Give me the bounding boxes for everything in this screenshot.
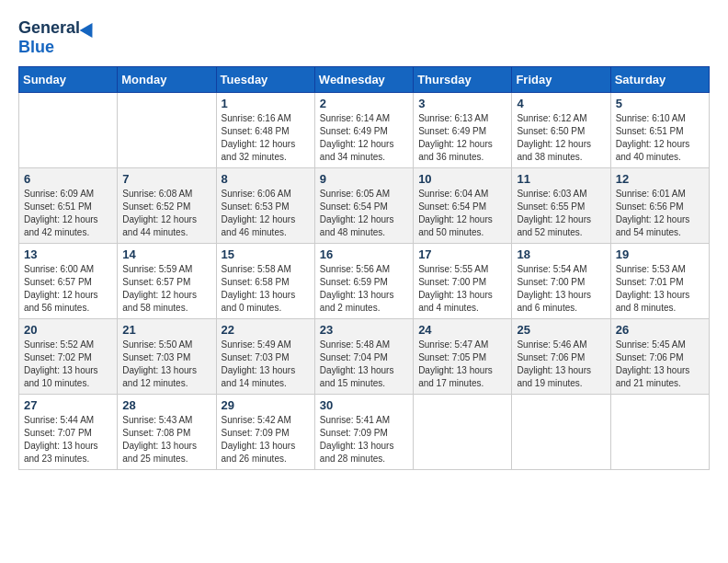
calendar-cell: 18Sunrise: 5:54 AM Sunset: 7:00 PM Dayli… [512, 244, 610, 319]
calendar-cell: 30Sunrise: 5:41 AM Sunset: 7:09 PM Dayli… [314, 395, 413, 470]
day-info: Sunrise: 6:06 AM Sunset: 6:53 PM Dayligh… [222, 188, 310, 239]
day-info: Sunrise: 5:59 AM Sunset: 6:57 PM Dayligh… [122, 263, 210, 315]
calendar-cell: 10Sunrise: 6:04 AM Sunset: 6:54 PM Dayli… [414, 168, 512, 244]
logo-blue-text: Blue [18, 38, 54, 57]
calendar-week-3: 13Sunrise: 6:00 AM Sunset: 6:57 PM Dayli… [19, 244, 710, 319]
day-info: Sunrise: 6:04 AM Sunset: 6:54 PM Dayligh… [418, 188, 506, 239]
calendar-cell: 6Sunrise: 6:09 AM Sunset: 6:51 PM Daylig… [19, 168, 118, 244]
day-header-tuesday: Tuesday [216, 67, 314, 93]
day-number: 18 [517, 247, 605, 261]
day-info: Sunrise: 6:16 AM Sunset: 6:48 PM Dayligh… [222, 112, 310, 164]
day-number: 10 [418, 172, 506, 186]
day-number: 11 [517, 172, 605, 186]
calendar-cell [610, 395, 709, 470]
calendar-cell: 16Sunrise: 5:56 AM Sunset: 6:59 PM Dayli… [314, 244, 413, 319]
day-number: 5 [616, 97, 704, 110]
day-info: Sunrise: 5:46 AM Sunset: 7:06 PM Dayligh… [517, 339, 605, 390]
calendar-cell: 26Sunrise: 5:45 AM Sunset: 7:06 PM Dayli… [610, 319, 709, 395]
calendar-cell: 24Sunrise: 5:47 AM Sunset: 7:05 PM Dayli… [414, 319, 512, 395]
day-info: Sunrise: 5:49 AM Sunset: 7:03 PM Dayligh… [222, 339, 310, 390]
calendar-cell: 21Sunrise: 5:50 AM Sunset: 7:03 PM Dayli… [118, 319, 216, 395]
day-number: 19 [616, 247, 704, 261]
day-number: 24 [418, 323, 506, 337]
day-info: Sunrise: 5:58 AM Sunset: 6:58 PM Dayligh… [222, 263, 310, 315]
day-info: Sunrise: 5:47 AM Sunset: 7:05 PM Dayligh… [418, 339, 506, 390]
day-info: Sunrise: 6:10 AM Sunset: 6:51 PM Dayligh… [616, 112, 704, 164]
calendar-cell: 11Sunrise: 6:03 AM Sunset: 6:55 PM Dayli… [512, 168, 610, 244]
calendar-cell [118, 93, 216, 168]
calendar-cell: 12Sunrise: 6:01 AM Sunset: 6:56 PM Dayli… [610, 168, 709, 244]
calendar-cell: 13Sunrise: 6:00 AM Sunset: 6:57 PM Dayli… [19, 244, 118, 319]
day-info: Sunrise: 6:05 AM Sunset: 6:54 PM Dayligh… [320, 188, 408, 239]
calendar-week-1: 1Sunrise: 6:16 AM Sunset: 6:48 PM Daylig… [19, 93, 710, 168]
calendar-cell: 8Sunrise: 6:06 AM Sunset: 6:53 PM Daylig… [216, 168, 314, 244]
day-info: Sunrise: 5:48 AM Sunset: 7:04 PM Dayligh… [320, 339, 408, 390]
day-number: 7 [122, 172, 210, 186]
day-info: Sunrise: 5:42 AM Sunset: 7:09 PM Dayligh… [222, 414, 310, 465]
day-number: 14 [122, 247, 210, 261]
calendar-cell: 17Sunrise: 5:55 AM Sunset: 7:00 PM Dayli… [414, 244, 512, 319]
day-number: 26 [616, 323, 704, 337]
calendar-cell: 27Sunrise: 5:44 AM Sunset: 7:07 PM Dayli… [19, 395, 118, 470]
calendar-cell: 22Sunrise: 5:49 AM Sunset: 7:03 PM Dayli… [216, 319, 314, 395]
calendar-cell: 20Sunrise: 5:52 AM Sunset: 7:02 PM Dayli… [19, 319, 118, 395]
day-number: 30 [320, 398, 408, 412]
day-info: Sunrise: 5:45 AM Sunset: 7:06 PM Dayligh… [616, 339, 704, 390]
day-number: 1 [222, 97, 310, 110]
day-info: Sunrise: 6:09 AM Sunset: 6:51 PM Dayligh… [24, 188, 112, 239]
day-number: 4 [517, 97, 605, 110]
calendar-cell [414, 395, 512, 470]
day-info: Sunrise: 6:14 AM Sunset: 6:49 PM Dayligh… [320, 112, 408, 164]
calendar-header-row: SundayMondayTuesdayWednesdayThursdayFrid… [19, 67, 710, 93]
day-header-monday: Monday [118, 67, 216, 93]
day-info: Sunrise: 5:52 AM Sunset: 7:02 PM Dayligh… [24, 339, 112, 390]
calendar-cell: 9Sunrise: 6:05 AM Sunset: 6:54 PM Daylig… [314, 168, 413, 244]
calendar-cell: 19Sunrise: 5:53 AM Sunset: 7:01 PM Dayli… [610, 244, 709, 319]
day-header-thursday: Thursday [414, 67, 512, 93]
day-number: 3 [418, 97, 506, 110]
day-info: Sunrise: 6:12 AM Sunset: 6:50 PM Dayligh… [517, 112, 605, 164]
logo-icon [80, 18, 99, 37]
day-info: Sunrise: 5:55 AM Sunset: 7:00 PM Dayligh… [418, 263, 506, 315]
calendar-cell: 5Sunrise: 6:10 AM Sunset: 6:51 PM Daylig… [610, 93, 709, 168]
calendar-cell [19, 93, 118, 168]
day-header-friday: Friday [512, 67, 610, 93]
day-number: 21 [122, 323, 210, 337]
day-number: 25 [517, 323, 605, 337]
calendar-cell: 4Sunrise: 6:12 AM Sunset: 6:50 PM Daylig… [512, 93, 610, 168]
day-info: Sunrise: 6:01 AM Sunset: 6:56 PM Dayligh… [616, 188, 704, 239]
day-number: 23 [320, 323, 408, 337]
day-info: Sunrise: 6:00 AM Sunset: 6:57 PM Dayligh… [24, 263, 112, 315]
calendar-cell: 14Sunrise: 5:59 AM Sunset: 6:57 PM Dayli… [118, 244, 216, 319]
day-number: 9 [320, 172, 408, 186]
logo-general-text: General [18, 18, 80, 38]
day-number: 2 [320, 97, 408, 110]
day-number: 6 [24, 172, 112, 186]
calendar-cell: 15Sunrise: 5:58 AM Sunset: 6:58 PM Dayli… [216, 244, 314, 319]
day-info: Sunrise: 5:53 AM Sunset: 7:01 PM Dayligh… [616, 263, 704, 315]
calendar-cell: 23Sunrise: 5:48 AM Sunset: 7:04 PM Dayli… [314, 319, 413, 395]
day-header-wednesday: Wednesday [314, 67, 413, 93]
day-info: Sunrise: 6:03 AM Sunset: 6:55 PM Dayligh… [517, 188, 605, 239]
day-info: Sunrise: 6:13 AM Sunset: 6:49 PM Dayligh… [418, 112, 506, 164]
calendar-cell: 1Sunrise: 6:16 AM Sunset: 6:48 PM Daylig… [216, 93, 314, 168]
day-info: Sunrise: 5:44 AM Sunset: 7:07 PM Dayligh… [24, 414, 112, 465]
day-number: 28 [122, 398, 210, 412]
logo: General Blue [18, 18, 97, 57]
day-info: Sunrise: 6:08 AM Sunset: 6:52 PM Dayligh… [122, 188, 210, 239]
day-number: 27 [24, 398, 112, 412]
day-number: 29 [222, 398, 310, 412]
calendar-cell [512, 395, 610, 470]
calendar-cell: 3Sunrise: 6:13 AM Sunset: 6:49 PM Daylig… [414, 93, 512, 168]
calendar-cell: 28Sunrise: 5:43 AM Sunset: 7:08 PM Dayli… [118, 395, 216, 470]
day-number: 17 [418, 247, 506, 261]
day-info: Sunrise: 5:43 AM Sunset: 7:08 PM Dayligh… [122, 414, 210, 465]
calendar-week-2: 6Sunrise: 6:09 AM Sunset: 6:51 PM Daylig… [19, 168, 710, 244]
calendar-cell: 29Sunrise: 5:42 AM Sunset: 7:09 PM Dayli… [216, 395, 314, 470]
day-header-sunday: Sunday [19, 67, 118, 93]
day-header-saturday: Saturday [610, 67, 709, 93]
calendar-cell: 25Sunrise: 5:46 AM Sunset: 7:06 PM Dayli… [512, 319, 610, 395]
day-number: 20 [24, 323, 112, 337]
day-info: Sunrise: 5:54 AM Sunset: 7:00 PM Dayligh… [517, 263, 605, 315]
day-number: 12 [616, 172, 704, 186]
